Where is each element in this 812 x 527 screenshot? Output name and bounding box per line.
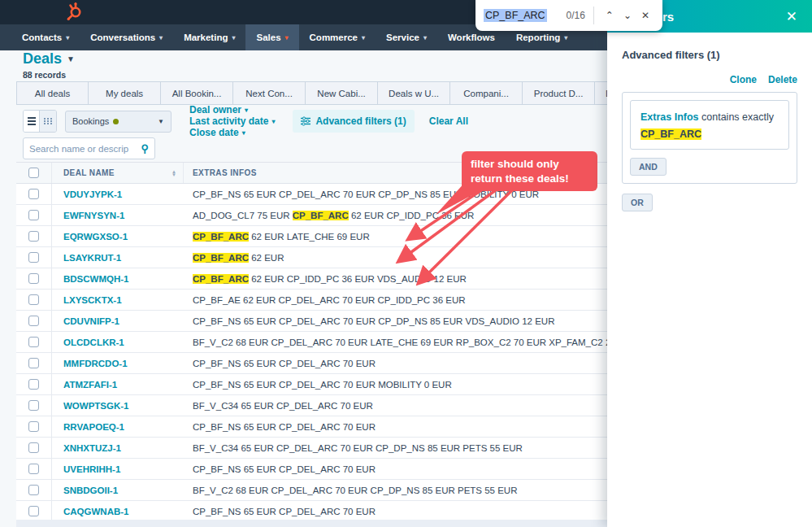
nav-item-sales[interactable]: Sales▾ — [245, 24, 298, 50]
table-row: EQRWGXSO-1CP_BF_ARC 62 EUR LATE_CHE 69 E… — [16, 226, 607, 247]
row-checkbox[interactable] — [28, 273, 39, 284]
search-highlight: CP_BF_ARC — [193, 274, 249, 284]
list-view-button[interactable] — [24, 111, 40, 132]
tab-my-deals[interactable]: My deals — [89, 81, 161, 105]
table-row: BDSCWMQH-1CP_BF_ARC 62 EUR CP_IDD_PC 36 … — [16, 268, 607, 290]
extras-infos-value: BF_V_C34 65 EUR CP_DEL_ARC 70 EUR CP_DP_… — [193, 443, 523, 453]
tab-compani[interactable]: Compani... — [450, 81, 523, 105]
and-button[interactable]: AND — [630, 158, 667, 176]
tab-all-bookin[interactable]: All Bookin... — [161, 81, 233, 105]
deal-name-link[interactable]: RRVAPOEQ-1 — [63, 422, 124, 432]
select-all-checkbox[interactable] — [28, 168, 39, 178]
row-checkbox[interactable] — [28, 379, 39, 390]
deal-name-link[interactable]: XNHXTUZJ-1 — [63, 443, 121, 453]
or-button[interactable]: OR — [622, 194, 653, 211]
row-checkbox[interactable] — [28, 231, 39, 242]
annotation-callout: filter should only return these deals! — [462, 151, 597, 191]
page-title-label: Deals — [23, 50, 62, 68]
saved-view-label: Bookings — [72, 116, 109, 126]
deal-name-link[interactable]: WOWPTSGK-1 — [63, 401, 129, 411]
row-checkbox[interactable] — [28, 421, 39, 432]
nav-item-contacts[interactable]: Contacts▾ — [11, 24, 80, 50]
deal-name-link[interactable]: MMFDRCDO-1 — [63, 359, 128, 368]
chevron-down-icon: ▾ — [285, 34, 289, 41]
find-query-input[interactable]: CP_BF_ARC — [484, 9, 547, 22]
deals-table: DEAL NAME ▲▼ EXTRAS INFOS VDUYJYPK-1CP_B… — [16, 162, 607, 522]
nav-item-label: Reporting — [516, 33, 560, 42]
search-input[interactable] — [29, 144, 141, 154]
filter-pill-deal-owner[interactable]: Deal owner▾ — [189, 104, 275, 115]
row-checkbox[interactable] — [28, 189, 39, 199]
deal-name-link[interactable]: CDUVNIFP-1 — [63, 316, 119, 326]
deal-name-link[interactable]: BDSCWMQH-1 — [63, 274, 129, 284]
horizontal-scrollbar[interactable] — [16, 520, 607, 527]
deal-name-link[interactable]: ATMZFAFI-1 — [63, 380, 117, 390]
row-checkbox[interactable] — [28, 442, 39, 453]
deal-name-link[interactable]: SNBDGOII-1 — [63, 486, 118, 495]
nav-item-marketing[interactable]: Marketing▾ — [173, 24, 245, 50]
find-close-button[interactable]: ✕ — [636, 10, 654, 21]
deal-name-link[interactable]: LSAYKRUT-1 — [63, 253, 121, 263]
tab-next-con[interactable]: Next Con... — [233, 81, 306, 105]
table-row: RRVAPOEQ-1CP_BF_NS 65 EUR CP_DEL_ARC 70 … — [16, 416, 607, 438]
table-row: LSAYKRUT-1CP_BF_ARC 62 EUR — [16, 247, 607, 268]
filter-pill-close-date[interactable]: Close date▾ — [189, 127, 275, 138]
clear-all-button[interactable]: Clear All — [429, 115, 468, 127]
deal-name-link[interactable]: EWFNYSYN-1 — [63, 211, 124, 220]
row-checkbox[interactable] — [28, 400, 39, 411]
nav-item-conversations[interactable]: Conversations▾ — [80, 24, 173, 50]
chevron-down-icon: ▾ — [66, 34, 69, 41]
find-previous-button[interactable]: ⌃ — [601, 10, 619, 21]
nav-item-service[interactable]: Service▾ — [376, 24, 437, 50]
extras-infos-value: BF_V_C2 68 EUR CP_DEL_ARC 70 EUR LATE_CH… — [193, 338, 607, 347]
row-checkbox[interactable] — [28, 252, 39, 263]
tab-product-d[interactable]: Product D... — [523, 81, 595, 105]
deal-name-link[interactable]: VDUYJYPK-1 — [63, 189, 122, 199]
deal-name-link[interactable]: OLCDCLKR-1 — [63, 338, 124, 347]
extras-infos-value: AD_DOG_CL7 75 EUR CP_BF_ARC 62 EUR CP_ID… — [193, 211, 474, 220]
close-icon[interactable]: ✕ — [786, 8, 797, 25]
column-header-extras-infos[interactable]: EXTRAS INFOS — [193, 168, 257, 177]
column-header-deal-name[interactable]: DEAL NAME — [63, 168, 115, 177]
extras-infos-value: CP_BF_ARC 62 EUR CP_IDD_PC 36 EUR VDS_AU… — [193, 274, 467, 284]
sort-icon[interactable]: ▲▼ — [172, 170, 176, 176]
extras-infos-value: CP_BF_AE 62 EUR CP_DEL_ARC 70 EUR CP_IDD… — [193, 295, 466, 305]
row-checkbox[interactable] — [28, 464, 39, 474]
delete-button[interactable]: Delete — [768, 74, 797, 85]
tab-new-cabi[interactable]: New Cabi... — [306, 81, 378, 105]
view-status-dot — [113, 119, 119, 124]
chevron-down-icon: ▼ — [158, 118, 164, 125]
saved-view-dropdown[interactable]: Bookings ▼ — [65, 111, 172, 133]
row-checkbox[interactable] — [28, 337, 39, 347]
deal-name-link[interactable]: CAQGWNAB-1 — [63, 507, 129, 516]
table-row: ATMZFAFI-1CP_BF_NS 65 EUR CP_DEL_ARC 70 … — [16, 374, 607, 395]
filter-pill-last-activity-date[interactable]: Last activity date▾ — [189, 115, 275, 127]
chevron-down-icon: ▾ — [423, 34, 427, 41]
deal-name-link[interactable]: LXYSCKTX-1 — [63, 295, 122, 305]
clone-button[interactable]: Clone — [730, 74, 757, 85]
extras-infos-value: BF_V_C2 68 EUR CP_DEL_ARC 70 EUR CP_DP_N… — [193, 486, 517, 495]
chevron-down-icon: ▾ — [159, 34, 163, 41]
page-title[interactable]: Deals ▼ — [23, 50, 75, 68]
row-checkbox[interactable] — [28, 358, 39, 368]
deal-name-link[interactable]: UVEHRIHH-1 — [63, 464, 120, 474]
board-view-button[interactable] — [40, 111, 56, 132]
row-checkbox[interactable] — [28, 210, 39, 220]
table-row: MMFDRCDO-1CP_BF_NS 65 EUR CP_DEL_ARC 70 … — [16, 353, 607, 374]
nav-item-commerce[interactable]: Commerce▾ — [299, 24, 376, 50]
filter-condition[interactable]: Extras Infos contains exactly CP_BF_ARC — [630, 100, 789, 150]
hubspot-logo-icon[interactable] — [65, 2, 85, 21]
filter-group: Extras Infos contains exactly CP_BF_ARC … — [622, 92, 797, 184]
grid-icon — [44, 118, 53, 124]
tab-deals-w-u[interactable]: Deals w U... — [378, 81, 450, 105]
row-checkbox[interactable] — [28, 506, 39, 516]
row-checkbox[interactable] — [28, 316, 39, 326]
row-checkbox[interactable] — [28, 485, 39, 495]
search-icon[interactable]: ⚲ — [141, 142, 149, 155]
advanced-filters-button[interactable]: Advanced filters (1) — [293, 110, 414, 133]
nav-item-label: Conversations — [90, 33, 155, 42]
row-checkbox[interactable] — [28, 294, 39, 305]
find-next-button[interactable]: ⌄ — [619, 10, 636, 21]
tab-all-deals[interactable]: All deals — [16, 81, 89, 105]
deal-name-link[interactable]: EQRWGXSO-1 — [63, 232, 128, 242]
